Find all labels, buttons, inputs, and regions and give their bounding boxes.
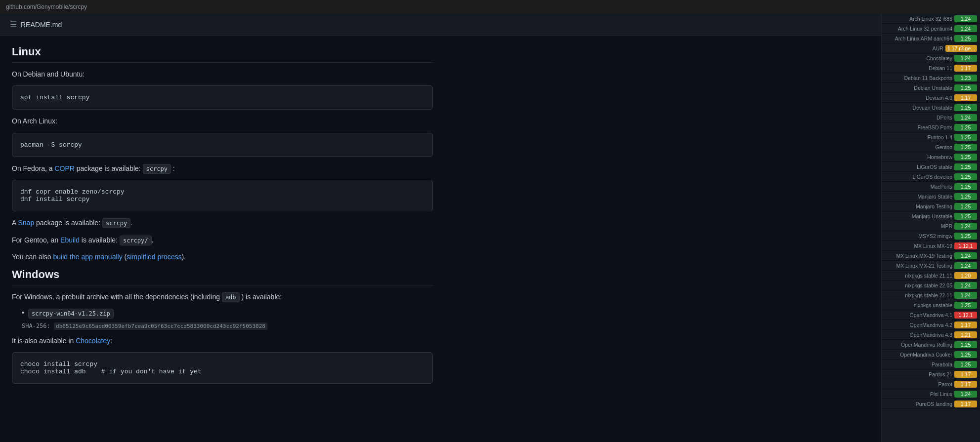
version-row[interactable]: nixpkgs stable 22.051.24 — [882, 281, 980, 290]
version-row[interactable]: Debian 11 Backports1.23 — [882, 73, 980, 83]
version-row[interactable]: Devuan 4.01.17 — [882, 93, 980, 103]
windows-heading: Windows — [12, 268, 433, 285]
version-row[interactable]: Manjaro Unstable1.25 — [882, 211, 980, 221]
version-badge: 1.25 — [954, 233, 977, 240]
debian-command-block: apt install scrcpy — [12, 85, 433, 110]
version-badge: 1.25 — [954, 213, 977, 220]
version-row[interactable]: Parrot1.17 — [882, 379, 980, 389]
version-row[interactable]: MacPorts1.25 — [882, 182, 980, 192]
version-row[interactable]: Arch Linux 32 i6861.24 — [882, 14, 980, 24]
snap-link[interactable]: Snap — [18, 219, 34, 227]
version-badge: 1.20 — [954, 272, 977, 279]
build-manually-link[interactable]: build the app manually — [53, 253, 123, 261]
version-name: Arch Linux 32 pentium4 — [885, 26, 952, 32]
version-name: Parrot — [885, 381, 952, 387]
version-row[interactable]: OpenMandriva Cooker1.25 — [882, 350, 980, 360]
version-row[interactable]: MX Linux MX-19 Testing1.24 — [882, 251, 980, 261]
debian-command: apt install scrcpy — [20, 94, 89, 101]
version-row[interactable]: Pardus 211.17 — [882, 369, 980, 379]
version-row[interactable]: Arch Linux 32 pentium41.24 — [882, 24, 980, 34]
version-row[interactable]: MSYS2 mingw1.25 — [882, 231, 980, 241]
version-name: DPorts — [885, 115, 952, 121]
version-row[interactable]: Homebrew1.25 — [882, 152, 980, 162]
version-row[interactable]: FreeBSD Ports1.25 — [882, 122, 980, 132]
version-row[interactable]: Debian Unstable1.25 — [882, 83, 980, 93]
version-badge: 1.24 — [954, 282, 977, 289]
version-name: Devuan 4.0 — [885, 95, 952, 101]
version-row[interactable]: nixpkgs stable 22.111.24 — [882, 290, 980, 300]
version-badge: 1.23 — [954, 75, 977, 81]
readme-content: Linux On Debian and Ubuntu: apt install … — [0, 36, 445, 400]
version-name: Gentoo — [885, 144, 952, 150]
version-row[interactable]: PureOS landing1.17 — [882, 399, 980, 409]
version-row[interactable]: Chocolatey1.24 — [882, 53, 980, 63]
version-badge: 1.25 — [954, 302, 977, 309]
snap-pkg: scrcpy — [102, 218, 130, 228]
version-name: Debian Unstable — [885, 85, 952, 91]
version-row[interactable]: OpenMandriva Rolling1.25 — [882, 340, 980, 350]
version-row[interactable]: MPR1.24 — [882, 221, 980, 231]
version-badge: 1.17 — [954, 94, 977, 101]
arch-command: pacman -S scrcpy — [20, 141, 82, 149]
version-row[interactable]: Debian 111.17 — [882, 63, 980, 73]
version-row[interactable]: Parabola1.25 — [882, 360, 980, 369]
version-row[interactable]: LiGurOS develop1.25 — [882, 172, 980, 182]
version-badge: 1.24 — [954, 114, 977, 121]
version-name: nixpkgs unstable — [885, 302, 952, 308]
version-name: LiGurOS stable — [885, 164, 952, 170]
version-name: FreeBSD Ports — [885, 124, 952, 130]
fedora-pkg: scrcpy — [143, 164, 171, 174]
version-row[interactable]: nixpkgs unstable1.25 — [882, 300, 980, 310]
version-name: Arch Linux 32 i686 — [885, 16, 952, 22]
version-row[interactable]: Arch Linux ARM aarch641.25 — [882, 34, 980, 43]
version-badge: 1.25 — [954, 35, 977, 42]
version-name: OpenMandriva Rolling — [885, 342, 952, 348]
adb-inline: adb — [222, 292, 240, 302]
version-name: Parabola — [885, 362, 952, 367]
version-badge: 1.17 — [954, 401, 977, 407]
version-row[interactable]: MX Linux MX-21 Testing1.24 — [882, 261, 980, 271]
zip-link[interactable]: scrcpy-win64-v1.25.zip — [28, 309, 114, 319]
version-row[interactable]: Devuan Unstable1.25 — [882, 103, 980, 113]
version-row[interactable]: Pisi Linux1.24 — [882, 389, 980, 399]
version-badge: 1.24 — [954, 391, 977, 398]
version-name: OpenMandriva 4.1 — [885, 312, 952, 318]
version-row[interactable]: AUR1.17.r3.ge... — [882, 43, 980, 53]
version-name: AUR — [885, 45, 943, 51]
version-badge: 1.17 — [954, 381, 977, 388]
version-name: OpenMandriva 4.3 — [885, 332, 952, 338]
version-row[interactable]: OpenMandriva 4.11.12.1 — [882, 310, 980, 320]
version-row[interactable]: LiGurOS stable1.25 — [882, 162, 980, 172]
version-name: MacPorts — [885, 184, 952, 190]
version-badge: 1.17 — [954, 65, 977, 72]
readme-panel: ☰ README.md Linux On Debian and Ubuntu: … — [0, 14, 881, 442]
version-badge: 1.25 — [954, 154, 977, 161]
version-name: MX Linux MX-19 — [885, 243, 952, 249]
version-name: Manjaro Unstable — [885, 213, 952, 219]
browser-bar: github.com/Genymobile/scrcpy — [0, 0, 980, 14]
version-row[interactable]: OpenMandriva 4.21.17 — [882, 320, 980, 330]
version-badge: 1.17 — [954, 321, 977, 328]
version-name: OpenMandriva Cooker — [885, 352, 952, 358]
debian-ubuntu-label: On Debian and Ubuntu: — [12, 69, 433, 80]
version-row[interactable]: Funtoo 1.41.25 — [882, 132, 980, 142]
version-row[interactable]: Manjaro Stable1.25 — [882, 192, 980, 201]
version-row[interactable]: OpenMandriva 4.31.21 — [882, 330, 980, 340]
copr-link[interactable]: COPR — [54, 164, 74, 172]
simplified-process-link[interactable]: simplified process — [127, 253, 181, 261]
version-name: MX Linux MX-21 Testing — [885, 263, 952, 269]
chocolatey-link[interactable]: Chocolatey — [76, 337, 110, 345]
version-row[interactable]: MX Linux MX-191.12.1 — [882, 241, 980, 251]
version-badge: 1.25 — [954, 173, 977, 180]
version-row[interactable]: nixpkgs stable 21.111.20 — [882, 271, 980, 281]
version-row[interactable]: Manjaro Testing1.25 — [882, 201, 980, 211]
version-row[interactable]: Gentoo1.25 — [882, 142, 980, 152]
version-badge: 1.25 — [954, 193, 977, 200]
version-badge: 1.25 — [954, 183, 977, 190]
version-badge: 1.25 — [954, 144, 977, 151]
version-badge: 1.25 — [954, 351, 977, 358]
ebuild-link[interactable]: Ebuild — [60, 236, 80, 244]
fedora-text: On Fedora, a COPR package is available: … — [12, 163, 433, 174]
version-row[interactable]: DPorts1.24 — [882, 113, 980, 122]
version-name: Manjaro Stable — [885, 194, 952, 200]
